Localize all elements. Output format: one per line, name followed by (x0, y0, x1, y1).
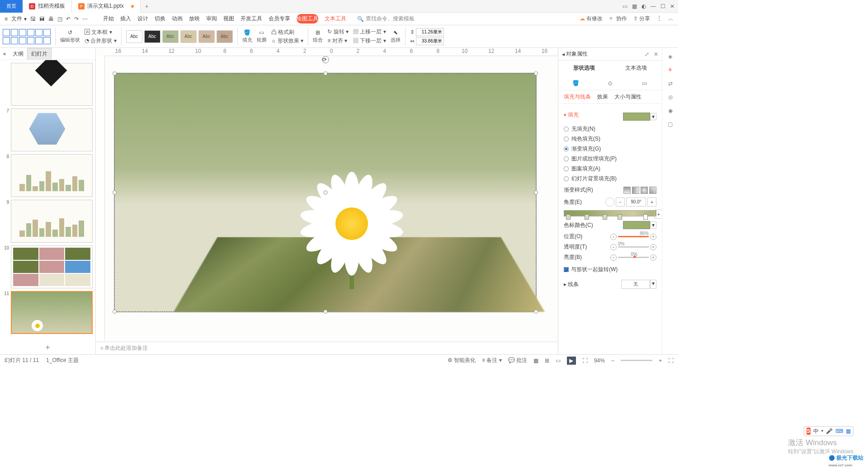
gradstyle-1[interactable] (623, 187, 631, 194)
close-button[interactable]: ✕ (670, 3, 675, 9)
share-button[interactable]: ⇪ 分享 (633, 15, 650, 23)
group-icon[interactable]: ⊞ (316, 29, 320, 36)
zoom-value[interactable]: 94% (594, 357, 605, 364)
style-5[interactable]: Abc (198, 30, 215, 43)
gradstyle-3[interactable] (641, 187, 648, 194)
line-drop[interactable]: ▾ (650, 280, 656, 289)
line-style-select[interactable]: 无 (621, 280, 650, 289)
add-tab-button[interactable]: + (141, 3, 153, 10)
textbox-button[interactable]: 🄰 文本框 ▾ (85, 28, 117, 36)
style-4[interactable]: Abc (180, 30, 197, 43)
shape-options-tab[interactable]: 形状选项 (558, 61, 610, 76)
rt-transfer-icon[interactable]: ⇄ (668, 80, 673, 87)
view-reading-icon[interactable]: ▭ (556, 357, 561, 364)
gstop-5[interactable] (643, 214, 648, 220)
stop-color-drop[interactable]: ▾ (650, 221, 656, 229)
slide-thumb-6[interactable] (11, 63, 93, 106)
rt-shape-icon[interactable]: ◎ (668, 94, 673, 100)
collapse-ribbon-icon[interactable]: ︿ (668, 15, 674, 23)
radio-picture-fill[interactable]: 图片或纹理填充(P) (564, 155, 656, 163)
search-area[interactable]: 🔍 查找命令、搜索模板 (357, 15, 415, 23)
width-input[interactable] (416, 37, 444, 45)
gstop-4[interactable] (618, 214, 622, 220)
slide-canvas[interactable]: ⟳ (114, 73, 537, 312)
saveas-icon[interactable]: 🖬 (39, 16, 45, 22)
send-backward-button[interactable]: ▥ 下移一层 ▾ (353, 37, 386, 45)
stop-color-swatch[interactable] (623, 221, 650, 229)
view-normal-icon[interactable]: ▦ (533, 357, 538, 364)
angle-minus[interactable]: − (616, 197, 625, 207)
gradstyle-4[interactable] (649, 187, 656, 194)
radio-gradient-fill[interactable]: 渐变填充(G) (564, 145, 656, 153)
handle-sw[interactable] (113, 310, 117, 314)
coop-button[interactable]: ᯤ 协作 (609, 15, 627, 23)
undo-icon[interactable]: ↶ (66, 16, 71, 22)
format-painter-button[interactable]: 凸 格式刷 (271, 28, 304, 36)
radio-pattern-fill[interactable]: 图案填充(A) (564, 165, 656, 173)
handle-n[interactable] (323, 71, 327, 75)
pos-slider[interactable]: 86% (618, 236, 649, 237)
rotate-handle[interactable]: ⟳ (322, 56, 329, 63)
user-icon[interactable]: ◐ (642, 3, 646, 9)
text-options-tab[interactable]: 文本选项 (610, 61, 662, 76)
pos-minus[interactable]: − (610, 234, 617, 240)
sub-fx-tab[interactable]: 效果 (597, 93, 608, 101)
sub-icon-size[interactable]: ▭ (627, 76, 662, 90)
kebab-icon[interactable]: ⋮ (656, 15, 662, 23)
add-stop-icon[interactable]: + (654, 210, 662, 219)
print-icon[interactable]: 🖶 (48, 16, 54, 22)
sub-icon-fill[interactable]: 🪣 (558, 76, 593, 90)
tab-start[interactable]: 开始 (103, 14, 114, 24)
maximize-button[interactable]: ☐ (660, 3, 665, 9)
save-icon[interactable]: 🖫 (30, 16, 36, 22)
tab-play[interactable]: 放映 (189, 14, 200, 24)
file-menu[interactable]: 文件▾ (11, 15, 27, 23)
angle-dial[interactable] (605, 197, 614, 207)
angle-value[interactable]: 90.0° (626, 197, 646, 207)
rotate-with-shape-checkbox[interactable]: ✓与形状一起旋转(W) (564, 266, 656, 273)
grid-icon[interactable]: ▦ (632, 3, 637, 9)
tab-review[interactable]: 审阅 (206, 14, 217, 24)
select-icon[interactable]: ⬉ (393, 29, 398, 36)
gradstyle-2[interactable] (632, 187, 639, 194)
style-gallery[interactable]: Abc Abc Abc Abc Abc Abc (126, 30, 233, 43)
bright-minus[interactable]: − (610, 254, 617, 261)
pin-icon[interactable]: ⤢ (645, 51, 649, 57)
bring-forward-button[interactable]: ▤ 上移一层 ▾ (353, 28, 386, 36)
panel-expand-icon[interactable]: ◂ (562, 51, 565, 57)
radio-no-fill[interactable]: 无填充(N) (564, 125, 656, 133)
preview-icon[interactable]: ◳ (57, 16, 62, 22)
fullscreen-icon[interactable]: ⛶ (668, 357, 674, 364)
fill-color-swatch[interactable] (623, 113, 650, 121)
fill-icon[interactable]: 🪣 (244, 29, 250, 36)
rt-book-icon[interactable]: ▢ (668, 121, 673, 127)
pos-plus[interactable]: + (650, 234, 656, 240)
outline-icon[interactable]: ▭ (259, 29, 264, 36)
slide-thumb-10[interactable] (11, 245, 93, 288)
tab-templates[interactable]: D 找稻壳模板 (23, 0, 72, 13)
line-section-header[interactable]: ▸ 线条 (564, 281, 579, 288)
zoom-out-icon[interactable]: − (611, 357, 614, 364)
minimize-button[interactable]: — (651, 3, 656, 9)
zoom-slider[interactable] (621, 360, 652, 361)
sub-fill-tab[interactable]: 填充与线条 (564, 93, 591, 101)
tab-design[interactable]: 设计 (137, 14, 148, 24)
rt-location-icon[interactable]: ◉ (668, 108, 673, 114)
height-input[interactable] (416, 28, 444, 36)
notes-area[interactable]: ≡ 单击此处添加备注 (96, 342, 558, 354)
beautify-button[interactable]: ⚙ 智能美化 (448, 357, 476, 364)
gstop-2[interactable] (585, 214, 589, 220)
handle-center[interactable] (323, 191, 327, 195)
trans-plus[interactable]: + (650, 244, 656, 250)
tab-document[interactable]: P 演示文稿1.pptx (72, 0, 141, 13)
handle-nw[interactable] (113, 71, 117, 75)
close-panel-icon[interactable]: ✕ (654, 51, 658, 57)
tab-insert[interactable]: 插入 (120, 14, 131, 24)
rotate-button[interactable]: ↻ 旋转 ▾ (327, 28, 349, 36)
shape-gallery[interactable] (3, 29, 51, 44)
redo-icon[interactable]: ↷ (74, 16, 79, 22)
handle-se[interactable] (534, 310, 538, 314)
style-1[interactable]: Abc (126, 30, 142, 43)
tab-home[interactable]: 首页 (0, 0, 23, 13)
layout1-icon[interactable]: ▭ (623, 3, 627, 9)
